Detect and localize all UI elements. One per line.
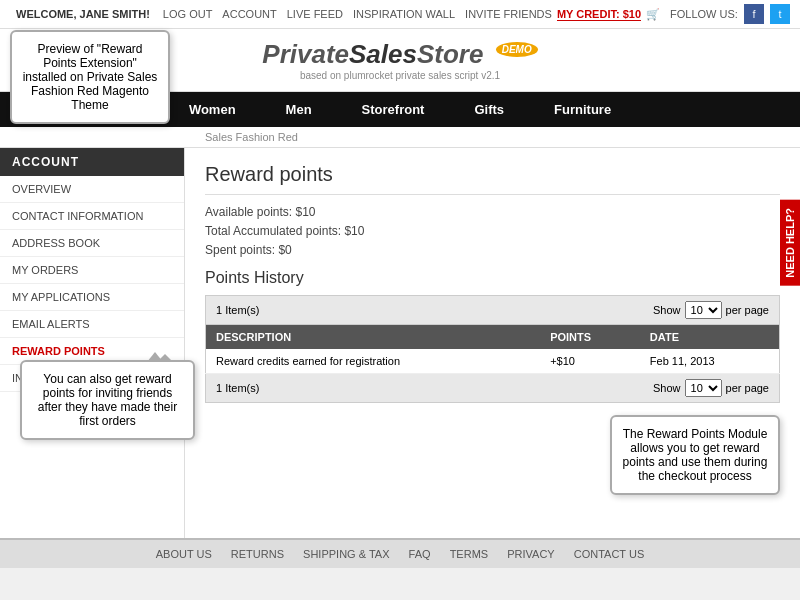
show-label: Show xyxy=(653,304,681,316)
footer: ABOUT US RETURNS SHIPPING & TAX FAQ TERM… xyxy=(0,538,800,568)
show-per-page-bottom: Show 10 20 50 per page xyxy=(653,379,769,397)
account-link[interactable]: ACCOUNT xyxy=(222,8,276,20)
twitter-icon[interactable]: t xyxy=(770,4,790,24)
sidebar-item-applications[interactable]: MY APPLICATIONS xyxy=(0,284,184,311)
col-date: DATE xyxy=(640,325,780,349)
nav-storefront[interactable]: Storefront xyxy=(337,92,450,127)
per-page-label-bottom: per page xyxy=(726,382,769,394)
footer-terms[interactable]: TERMS xyxy=(450,548,489,560)
callout-module-text: The Reward Points Module allows you to g… xyxy=(623,427,768,483)
per-page-label: per page xyxy=(726,304,769,316)
spent-points: Spent points: $0 xyxy=(205,243,780,257)
top-bar: WELCOME, JANE SMITH! LOG OUT ACCOUNT LIV… xyxy=(0,0,800,29)
col-description: DESCRIPTION xyxy=(206,325,541,349)
cart-icon[interactable]: 🛒 xyxy=(646,8,660,21)
footer-privacy[interactable]: PRIVACY xyxy=(507,548,554,560)
table-top-count: 1 Item(s) xyxy=(216,304,259,316)
callout-preview-text: Preview of "Reward Points Extension" ins… xyxy=(23,42,158,112)
sidebar-item-email-alerts[interactable]: EMAIL ALERTS xyxy=(0,311,184,338)
footer-about[interactable]: ABOUT US xyxy=(156,548,212,560)
sidebar-title: ACCOUNT xyxy=(0,148,184,176)
table-row: Reward credits earned for registration +… xyxy=(206,349,780,374)
table-bottom-count: 1 Item(s) xyxy=(216,382,259,394)
footer-shipping[interactable]: SHIPPING & TAX xyxy=(303,548,389,560)
logout-link[interactable]: LOG OUT xyxy=(163,8,213,20)
inspiration-link[interactable]: INSPIRATION WALL xyxy=(353,8,455,20)
demo-badge: DEMO xyxy=(496,42,538,57)
logo-sub: based on plumrocket private sales script… xyxy=(262,70,537,81)
points-table: DESCRIPTION POINTS DATE Reward credits e… xyxy=(205,325,780,374)
nav-men[interactable]: Men xyxy=(261,92,337,127)
col-points: POINTS xyxy=(540,325,640,349)
show-per-page: Show 10 20 50 per page xyxy=(653,301,769,319)
callout-invite: You can also get reward points for invit… xyxy=(20,360,195,440)
welcome-text: WELCOME, JANE SMITH! xyxy=(16,8,150,20)
sidebar-item-overview[interactable]: OVERVIEW xyxy=(0,176,184,203)
sidebar: ACCOUNT OVERVIEW CONTACT INFORMATION ADD… xyxy=(0,148,185,538)
breadcrumb: Sales Fashion Red xyxy=(205,131,298,143)
sidebar-item-orders[interactable]: MY ORDERS xyxy=(0,257,184,284)
per-page-select[interactable]: 10 20 50 xyxy=(685,301,722,319)
nav-women[interactable]: Women xyxy=(164,92,261,127)
available-points: Available points: $10 xyxy=(205,205,780,219)
breadcrumb-link[interactable]: Sales Fashion Red xyxy=(205,131,298,143)
callout-preview: Preview of "Reward Points Extension" ins… xyxy=(10,30,170,124)
logo-text: PrivateSalesStore DEMO xyxy=(262,39,537,69)
follow-us-label: FOLLOW US: f t xyxy=(670,4,790,24)
show-label-bottom: Show xyxy=(653,382,681,394)
sidebar-item-contact[interactable]: CONTACT INFORMATION xyxy=(0,203,184,230)
footer-contact[interactable]: CONTACT US xyxy=(574,548,645,560)
total-accumulated: Total Accumulated points: $10 xyxy=(205,224,780,238)
row-description: Reward credits earned for registration xyxy=(206,349,541,374)
footer-returns[interactable]: RETURNS xyxy=(231,548,284,560)
row-points: +$10 xyxy=(540,349,640,374)
page-title: Reward points xyxy=(205,163,780,195)
my-credit-label[interactable]: MY CREDIT: $10 xyxy=(557,8,641,21)
sidebar-item-address[interactable]: ADDRESS BOOK xyxy=(0,230,184,257)
per-page-select-bottom[interactable]: 10 20 50 xyxy=(685,379,722,397)
table-bottom-controls: 1 Item(s) Show 10 20 50 per page xyxy=(205,374,780,403)
need-help-tab[interactable]: NEED HELP? xyxy=(780,200,800,286)
nav-gifts[interactable]: Gifts xyxy=(449,92,529,127)
nav-furniture[interactable]: Furniture xyxy=(529,92,636,127)
callout-invite-text: You can also get reward points for invit… xyxy=(38,372,177,428)
invite-friends-link[interactable]: INVITE FRIENDS xyxy=(465,8,552,20)
table-top-controls: 1 Item(s) Show 10 20 50 per page xyxy=(205,295,780,325)
callout-module: The Reward Points Module allows you to g… xyxy=(610,415,780,495)
facebook-icon[interactable]: f xyxy=(744,4,764,24)
section-title: Points History xyxy=(205,269,780,287)
livefeed-link[interactable]: LIVE FEED xyxy=(287,8,343,20)
footer-faq[interactable]: FAQ xyxy=(409,548,431,560)
row-date: Feb 11, 2013 xyxy=(640,349,780,374)
